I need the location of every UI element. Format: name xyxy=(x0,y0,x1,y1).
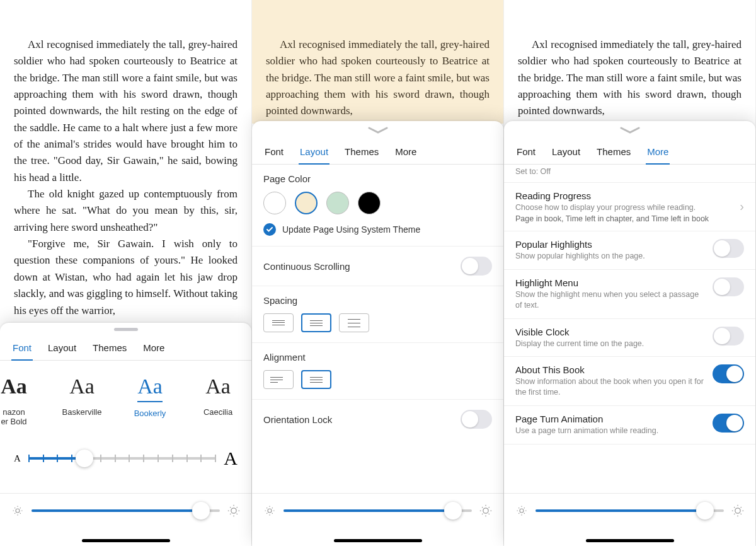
brightness-low-icon xyxy=(11,504,24,517)
book-page: Axl recognised immediately the tall, gre… xyxy=(0,0,251,325)
tab-layout[interactable]: Layout xyxy=(299,141,329,165)
spacing-loose[interactable] xyxy=(339,313,369,332)
brightness-low-icon xyxy=(515,504,528,517)
tab-themes[interactable]: Themes xyxy=(343,141,380,165)
tab-more[interactable]: More xyxy=(142,337,166,361)
spacing-medium[interactable] xyxy=(301,313,331,332)
tab-more[interactable]: More xyxy=(394,141,418,165)
toggle-switch[interactable] xyxy=(713,327,744,346)
orientation-lock-row: Orientation Lock xyxy=(252,400,503,439)
item-subtitle: Show information about the book when you… xyxy=(515,376,706,398)
brightness-high-icon xyxy=(479,504,492,517)
sheet-collapse-icon[interactable] xyxy=(617,125,643,136)
page-color-white[interactable] xyxy=(263,192,286,214)
tab-font[interactable]: Font xyxy=(11,337,33,361)
brightness-slider[interactable] xyxy=(32,509,220,512)
font-size-slider[interactable] xyxy=(28,450,216,467)
item-title: About This Book xyxy=(515,364,706,375)
settings-tabs: Font Layout Themes More xyxy=(252,137,503,165)
tab-layout[interactable]: Layout xyxy=(551,141,581,165)
page-color-black[interactable] xyxy=(358,192,381,214)
font-size-min-icon: A xyxy=(14,453,21,464)
spacing-options xyxy=(263,313,492,332)
item-title: Page Turn Animation xyxy=(515,414,706,424)
more-item-visible-clock[interactable]: Visible ClockDisplay the current time on… xyxy=(504,319,755,357)
slider-thumb[interactable] xyxy=(444,502,462,520)
section-title: Spacing xyxy=(263,295,492,306)
svg-point-4 xyxy=(520,509,524,513)
toggle-switch[interactable] xyxy=(713,364,744,383)
font-swatch: Aa xyxy=(1,375,27,401)
slider-thumb[interactable] xyxy=(696,502,714,520)
font-option-amazon-ember-bold[interactable]: Aa nazoner Bold xyxy=(0,375,40,426)
book-paragraph: Axl recognised immediately the tall, gre… xyxy=(14,37,238,186)
font-option-baskerville[interactable]: Aa Baskerville xyxy=(55,375,108,417)
settings-sheet-layout: Font Layout Themes More Page Color Updat… xyxy=(252,121,503,546)
sheet-grabber[interactable] xyxy=(114,328,138,331)
book-paragraph: The old knight gazed up contemptuously f… xyxy=(14,186,238,236)
more-item-page-turn-animation[interactable]: Page Turn AnimationUse a page turn anima… xyxy=(504,406,755,444)
continuous-scrolling-toggle[interactable] xyxy=(461,257,492,276)
svg-point-1 xyxy=(231,508,236,513)
font-name-label: Caecilia xyxy=(192,407,244,417)
item-title: Popular Highlights xyxy=(515,239,706,250)
more-item-popular-highlights[interactable]: Popular HighlightsShow popular highlight… xyxy=(504,231,755,270)
reader-panel-layout: Axl recognised immediately the tall, gre… xyxy=(252,0,504,546)
reader-panel-more: Axl recognised immediately the tall, gre… xyxy=(504,0,756,546)
previous-setting-subtext: Set to: Off xyxy=(504,165,755,183)
toggle-switch[interactable] xyxy=(713,414,744,433)
section-title: Alignment xyxy=(263,352,492,363)
continuous-scrolling-row: Continuous Scrolling xyxy=(252,247,503,286)
slider-thumb[interactable] xyxy=(76,450,93,467)
check-icon xyxy=(263,223,276,236)
brightness-high-icon xyxy=(227,504,240,517)
settings-sheet-more: Font Layout Themes More Set to: Off Read… xyxy=(504,121,755,546)
more-item-highlight-menu[interactable]: Highlight MenuShow the highlight menu wh… xyxy=(504,270,755,319)
font-option-caecilia[interactable]: Aa Caecilia xyxy=(192,375,244,417)
brightness-slider[interactable] xyxy=(284,509,472,512)
tab-font[interactable]: Font xyxy=(515,141,537,165)
alignment-section: Alignment xyxy=(252,343,503,400)
home-indicator[interactable] xyxy=(82,539,170,542)
item-subtitle: Show popular highlights on the page. xyxy=(515,251,706,262)
toggle-switch[interactable] xyxy=(713,239,744,258)
page-color-section: Page Color Update Page Using System Them… xyxy=(252,165,503,247)
page-color-sepia[interactable] xyxy=(295,192,318,214)
home-indicator[interactable] xyxy=(586,539,674,542)
slider-thumb[interactable] xyxy=(192,502,210,520)
font-option-bookerly[interactable]: Aa Bookerly xyxy=(123,375,176,418)
page-color-green[interactable] xyxy=(326,192,349,214)
tab-font[interactable]: Font xyxy=(263,141,285,165)
row-label: Continuous Scrolling xyxy=(263,261,350,272)
tab-layout[interactable]: Layout xyxy=(47,337,77,361)
spacing-tight[interactable] xyxy=(263,313,294,332)
item-title: Visible Clock xyxy=(515,327,706,337)
more-item-reading-progress[interactable]: Reading ProgressChoose how to display yo… xyxy=(504,183,755,231)
alignment-justify[interactable] xyxy=(301,370,331,389)
section-title: Page Color xyxy=(263,173,492,184)
alignment-left[interactable] xyxy=(263,370,294,389)
toggle-switch[interactable] xyxy=(713,277,744,296)
book-paragraph: "Forgive me, Sir Gawain. I wish only to … xyxy=(14,236,238,319)
brightness-slider[interactable] xyxy=(536,509,724,512)
spacing-section: Spacing xyxy=(252,286,503,343)
font-name-label: Bookerly xyxy=(123,409,176,418)
tab-themes[interactable]: Themes xyxy=(595,141,632,165)
brightness-high-icon xyxy=(731,504,744,517)
tab-themes[interactable]: Themes xyxy=(91,337,128,361)
settings-tabs: Font Layout Themes More xyxy=(504,137,755,165)
svg-point-3 xyxy=(483,508,488,513)
book-paragraph: Axl recognised immediately the tall, gre… xyxy=(518,37,742,120)
home-indicator[interactable] xyxy=(334,539,422,542)
font-size-slider-row: A A xyxy=(0,431,251,469)
svg-point-0 xyxy=(16,509,20,513)
tab-more[interactable]: More xyxy=(646,141,670,165)
sheet-collapse-icon[interactable] xyxy=(365,125,391,136)
svg-point-2 xyxy=(268,509,272,513)
more-item-about-this-book[interactable]: About This BookShow information about th… xyxy=(504,357,755,406)
system-theme-row[interactable]: Update Page Using System Theme xyxy=(263,223,492,236)
font-family-row[interactable]: Aa nazoner Bold Aa Baskerville Aa Booker… xyxy=(0,361,251,431)
system-theme-label: Update Page Using System Theme xyxy=(282,224,420,235)
orientation-lock-toggle[interactable] xyxy=(461,410,492,429)
svg-point-5 xyxy=(735,508,740,513)
